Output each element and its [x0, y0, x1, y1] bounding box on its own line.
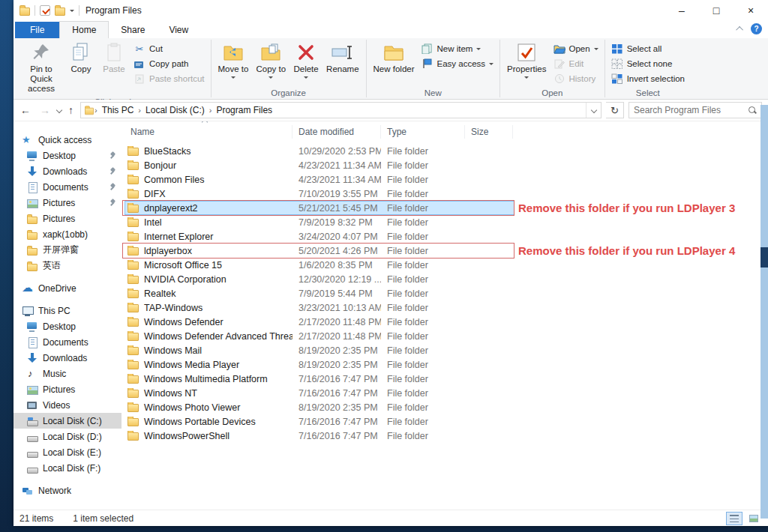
easy-access-button[interactable]: Easy access	[418, 56, 497, 71]
rename-button[interactable]: Rename	[322, 40, 362, 76]
tab-file[interactable]: File	[15, 22, 59, 38]
sidebar-item-documents[interactable]: Documents	[14, 334, 122, 350]
table-row[interactable]: dnplayerext25/21/2021 5:45 PMFile folder…	[124, 201, 768, 215]
new-folder-button[interactable]: New folder	[370, 40, 418, 76]
sidebar-item-local-disk-f[interactable]: Local Disk (F:)	[14, 460, 122, 476]
cut-button[interactable]: ✂ Cut	[130, 41, 208, 56]
tab-view[interactable]: View	[157, 22, 200, 38]
sidebar-item-local-disk-e[interactable]: Local Disk (E:)	[14, 444, 122, 460]
sidebar-item-this-pc[interactable]: This PC	[14, 303, 122, 318]
table-row[interactable]: Windows NT7/16/2016 7:47 PMFile folder	[124, 386, 768, 400]
table-row[interactable]: Bonjour4/23/2021 11:34 AMFile folder	[124, 158, 768, 172]
column-header-size[interactable]: Size	[465, 125, 513, 139]
copy-button[interactable]: Copy	[64, 40, 98, 76]
sidebar-item-[interactable]: 开屏弹窗	[14, 242, 122, 258]
search-icon[interactable]	[748, 106, 757, 115]
move-to-button[interactable]: Move to	[214, 40, 253, 83]
sidebar-item-pictures[interactable]: Pictures	[14, 211, 122, 226]
table-row[interactable]: Internet Explorer3/24/2020 4:07 PMFile f…	[124, 229, 768, 244]
scrollbar-thumb[interactable]	[760, 247, 768, 267]
sidebar-item-pictures[interactable]: Pictures	[14, 381, 122, 397]
copy-icon	[73, 42, 89, 63]
column-header-name[interactable]: Name	[124, 125, 292, 139]
thumbnails-view-button[interactable]	[746, 512, 762, 525]
sidebar-item-videos[interactable]: Videos	[14, 397, 122, 413]
breadcrumb-this-pc[interactable]: This PC	[98, 105, 139, 115]
sidebar-item-pictures[interactable]: Pictures	[14, 195, 122, 211]
table-row[interactable]: Windows Portable Devices7/16/2016 7:47 P…	[124, 414, 768, 429]
tab-share[interactable]: Share	[109, 22, 157, 38]
table-row[interactable]: Windows Photo Viewer8/19/2020 2:35 PMFil…	[124, 400, 768, 414]
table-row[interactable]: TAP-Windows3/23/2021 10:13 AMFile folder	[124, 300, 768, 315]
sidebar-item-network[interactable]: Network	[14, 483, 122, 498]
easy-access-icon	[422, 58, 434, 69]
select-none-button[interactable]: Select none	[608, 56, 688, 71]
sidebar-item-downloads[interactable]: Downloads	[14, 163, 122, 179]
copy-path-button[interactable]: Copy path	[130, 56, 208, 71]
sidebar-item-quick-access[interactable]: Quick access	[14, 132, 122, 148]
sidebar-item-[interactable]: 英语	[14, 258, 122, 273]
qat-dropdown-icon[interactable]	[70, 10, 74, 14]
search-input[interactable]	[634, 105, 748, 115]
back-button[interactable]: ←	[18, 104, 33, 116]
delete-button[interactable]: Delete	[290, 40, 322, 83]
table-row[interactable]: Windows Multimedia Platform7/16/2016 7:4…	[124, 372, 768, 386]
pin-to-quick-access-button[interactable]: Pin to Quick access	[18, 40, 64, 97]
table-row[interactable]: Windows Mail8/19/2020 2:35 PMFile folder	[124, 343, 768, 357]
properties-button[interactable]: Properties	[503, 40, 550, 83]
new-item-button[interactable]: New item	[418, 41, 497, 56]
sidebar-item-desktop[interactable]: Desktop	[14, 318, 122, 334]
refresh-icon[interactable]: ↻	[606, 102, 624, 118]
date-modified: 7/9/2019 5:44 PM	[292, 288, 381, 299]
breadcrumb-program-files[interactable]: Program Files	[212, 105, 277, 115]
sidebar-item-local-disk-d[interactable]: Local Disk (D:)	[14, 429, 122, 444]
invert-selection-button[interactable]: Invert selection	[608, 71, 688, 86]
open-button[interactable]: Open	[550, 41, 602, 56]
table-row[interactable]: WindowsPowerShell7/16/2016 7:47 PMFile f…	[124, 429, 768, 443]
forward-button[interactable]: →	[38, 104, 52, 116]
column-header-type[interactable]: Type	[381, 125, 465, 139]
table-row[interactable]: Microsoft Office 151/6/2020 8:35 PMFile …	[124, 258, 768, 272]
address-dropdown-icon[interactable]	[586, 103, 601, 118]
table-row[interactable]: Windows Defender2/17/2020 11:48 PMFile f…	[124, 315, 768, 329]
tab-home[interactable]: Home	[59, 21, 109, 38]
table-row[interactable]: Windows Defender Advanced Threat Pro...2…	[124, 329, 768, 343]
folder-icon	[128, 390, 139, 398]
properties-qat-icon[interactable]	[40, 5, 50, 16]
table-row[interactable]: Common Files4/23/2021 11:34 AMFile folde…	[124, 172, 768, 187]
sidebar-item-label: Downloads	[43, 353, 87, 363]
table-row[interactable]: ldplayerbox5/20/2021 4:26 PMFile folderR…	[124, 244, 768, 258]
up-button[interactable]: ↑	[66, 104, 76, 116]
sidebar-item-xapk-1obb[interactable]: xapk(1obb)	[14, 226, 122, 242]
edit-button[interactable]: Edit	[550, 56, 602, 71]
sidebar-item-local-disk-c[interactable]: Local Disk (C:)	[14, 413, 122, 429]
paste-shortcut-button[interactable]: Paste shortcut	[130, 71, 208, 86]
copy-to-button[interactable]: Copy to	[252, 40, 290, 83]
paste-button[interactable]: Paste	[98, 40, 130, 76]
table-row[interactable]: NVIDIA Corporation12/30/2020 12:19 ...Fi…	[124, 272, 768, 286]
sidebar-item-downloads[interactable]: Downloads	[14, 350, 122, 366]
column-header-date-modified[interactable]: Date modified	[292, 125, 381, 139]
table-row[interactable]: Realtek7/9/2019 5:44 PMFile folder	[124, 286, 768, 300]
table-row[interactable]: Intel7/9/2019 8:32 PMFile folder	[124, 215, 768, 229]
sidebar-item-desktop[interactable]: Desktop	[14, 148, 122, 163]
sidebar-item-documents[interactable]: Documents	[14, 179, 122, 195]
history-button[interactable]: History	[550, 71, 602, 86]
sidebar-item-music[interactable]: Music	[14, 366, 122, 381]
recent-locations-icon[interactable]	[56, 107, 62, 113]
help-icon[interactable]: ?	[751, 23, 762, 34]
page-scrollbar[interactable]	[760, 105, 768, 519]
breadcrumb-local-disk-c[interactable]: Local Disk (C:)	[141, 105, 209, 115]
collapse-ribbon-icon[interactable]	[736, 26, 743, 34]
maximize-button[interactable]: □	[699, 0, 734, 21]
table-row[interactable]: BlueStacks10/29/2020 2:53 PMFile folder	[124, 144, 768, 158]
sidebar-item-onedrive[interactable]: OneDrive	[14, 280, 122, 296]
address-box[interactable]: › This PC › Local Disk (C:) › Program Fi…	[80, 102, 602, 118]
minimize-button[interactable]: –	[664, 0, 699, 21]
folder-qat-icon[interactable]	[55, 7, 65, 16]
details-view-button[interactable]	[726, 512, 742, 525]
select-all-button[interactable]: Select all	[608, 41, 688, 56]
table-row[interactable]: DIFX7/10/2019 3:55 PMFile folder	[124, 187, 768, 201]
close-button[interactable]: ×	[734, 0, 768, 21]
table-row[interactable]: Windows Media Player8/19/2020 2:35 PMFil…	[124, 357, 768, 372]
